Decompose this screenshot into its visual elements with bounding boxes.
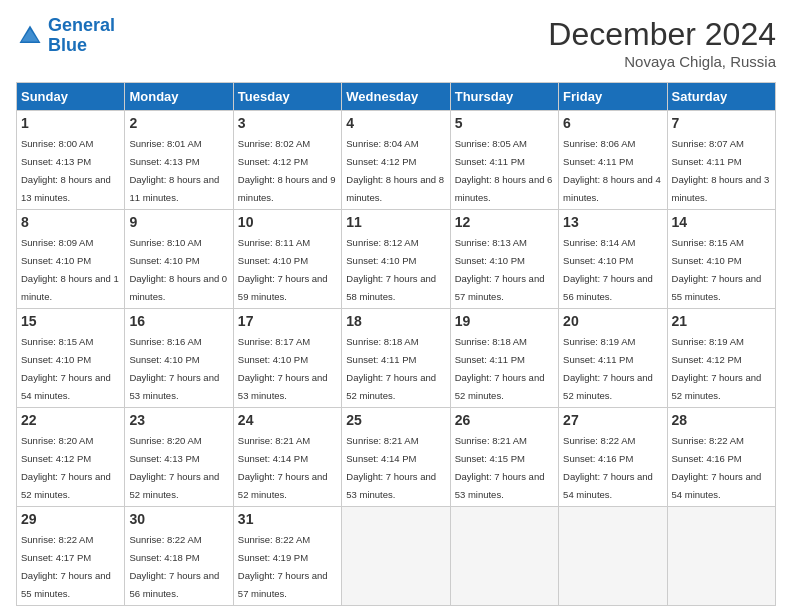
cell-details: Sunrise: 8:22 AMSunset: 4:19 PMDaylight:… (238, 534, 328, 599)
calendar-cell (559, 507, 667, 606)
calendar-cell: 5Sunrise: 8:05 AMSunset: 4:11 PMDaylight… (450, 111, 558, 210)
calendar-cell: 12Sunrise: 8:13 AMSunset: 4:10 PMDayligh… (450, 210, 558, 309)
calendar-cell: 19Sunrise: 8:18 AMSunset: 4:11 PMDayligh… (450, 309, 558, 408)
day-number: 7 (672, 115, 771, 131)
day-number: 5 (455, 115, 554, 131)
cell-details: Sunrise: 8:22 AMSunset: 4:18 PMDaylight:… (129, 534, 219, 599)
day-header-tuesday: Tuesday (233, 83, 341, 111)
cell-details: Sunrise: 8:12 AMSunset: 4:10 PMDaylight:… (346, 237, 436, 302)
cell-details: Sunrise: 8:06 AMSunset: 4:11 PMDaylight:… (563, 138, 661, 203)
calendar-cell: 7Sunrise: 8:07 AMSunset: 4:11 PMDaylight… (667, 111, 775, 210)
cell-details: Sunrise: 8:05 AMSunset: 4:11 PMDaylight:… (455, 138, 553, 203)
logo-blue: Blue (48, 35, 87, 55)
day-number: 3 (238, 115, 337, 131)
calendar-cell: 20Sunrise: 8:19 AMSunset: 4:11 PMDayligh… (559, 309, 667, 408)
calendar-cell: 31Sunrise: 8:22 AMSunset: 4:19 PMDayligh… (233, 507, 341, 606)
cell-details: Sunrise: 8:18 AMSunset: 4:11 PMDaylight:… (346, 336, 436, 401)
day-number: 18 (346, 313, 445, 329)
calendar-cell: 2Sunrise: 8:01 AMSunset: 4:13 PMDaylight… (125, 111, 233, 210)
day-number: 20 (563, 313, 662, 329)
cell-details: Sunrise: 8:22 AMSunset: 4:17 PMDaylight:… (21, 534, 111, 599)
calendar-cell: 8Sunrise: 8:09 AMSunset: 4:10 PMDaylight… (17, 210, 125, 309)
week-row-1: 1Sunrise: 8:00 AMSunset: 4:13 PMDaylight… (17, 111, 776, 210)
day-header-thursday: Thursday (450, 83, 558, 111)
calendar-cell (342, 507, 450, 606)
logo-general: General (48, 15, 115, 35)
calendar-cell: 18Sunrise: 8:18 AMSunset: 4:11 PMDayligh… (342, 309, 450, 408)
calendar-cell: 6Sunrise: 8:06 AMSunset: 4:11 PMDaylight… (559, 111, 667, 210)
day-number: 11 (346, 214, 445, 230)
cell-details: Sunrise: 8:15 AMSunset: 4:10 PMDaylight:… (672, 237, 762, 302)
day-number: 26 (455, 412, 554, 428)
calendar-cell: 10Sunrise: 8:11 AMSunset: 4:10 PMDayligh… (233, 210, 341, 309)
week-row-3: 15Sunrise: 8:15 AMSunset: 4:10 PMDayligh… (17, 309, 776, 408)
day-number: 30 (129, 511, 228, 527)
day-number: 22 (21, 412, 120, 428)
day-number: 12 (455, 214, 554, 230)
title-block: December 2024 Novaya Chigla, Russia (548, 16, 776, 70)
cell-details: Sunrise: 8:09 AMSunset: 4:10 PMDaylight:… (21, 237, 119, 302)
calendar-cell: 23Sunrise: 8:20 AMSunset: 4:13 PMDayligh… (125, 408, 233, 507)
calendar-cell: 26Sunrise: 8:21 AMSunset: 4:15 PMDayligh… (450, 408, 558, 507)
day-number: 14 (672, 214, 771, 230)
logo-icon (16, 22, 44, 50)
week-row-5: 29Sunrise: 8:22 AMSunset: 4:17 PMDayligh… (17, 507, 776, 606)
day-number: 19 (455, 313, 554, 329)
cell-details: Sunrise: 8:07 AMSunset: 4:11 PMDaylight:… (672, 138, 770, 203)
cell-details: Sunrise: 8:13 AMSunset: 4:10 PMDaylight:… (455, 237, 545, 302)
calendar-cell: 30Sunrise: 8:22 AMSunset: 4:18 PMDayligh… (125, 507, 233, 606)
day-number: 21 (672, 313, 771, 329)
cell-details: Sunrise: 8:19 AMSunset: 4:12 PMDaylight:… (672, 336, 762, 401)
calendar-cell: 14Sunrise: 8:15 AMSunset: 4:10 PMDayligh… (667, 210, 775, 309)
day-header-saturday: Saturday (667, 83, 775, 111)
cell-details: Sunrise: 8:04 AMSunset: 4:12 PMDaylight:… (346, 138, 444, 203)
cell-details: Sunrise: 8:20 AMSunset: 4:13 PMDaylight:… (129, 435, 219, 500)
cell-details: Sunrise: 8:21 AMSunset: 4:14 PMDaylight:… (238, 435, 328, 500)
day-number: 8 (21, 214, 120, 230)
day-number: 29 (21, 511, 120, 527)
cell-details: Sunrise: 8:00 AMSunset: 4:13 PMDaylight:… (21, 138, 111, 203)
calendar-cell (667, 507, 775, 606)
logo: General Blue (16, 16, 115, 56)
day-number: 24 (238, 412, 337, 428)
calendar-cell: 17Sunrise: 8:17 AMSunset: 4:10 PMDayligh… (233, 309, 341, 408)
calendar-cell: 15Sunrise: 8:15 AMSunset: 4:10 PMDayligh… (17, 309, 125, 408)
calendar-cell: 1Sunrise: 8:00 AMSunset: 4:13 PMDaylight… (17, 111, 125, 210)
cell-details: Sunrise: 8:22 AMSunset: 4:16 PMDaylight:… (672, 435, 762, 500)
cell-details: Sunrise: 8:11 AMSunset: 4:10 PMDaylight:… (238, 237, 328, 302)
cell-details: Sunrise: 8:19 AMSunset: 4:11 PMDaylight:… (563, 336, 653, 401)
day-number: 31 (238, 511, 337, 527)
calendar-cell: 24Sunrise: 8:21 AMSunset: 4:14 PMDayligh… (233, 408, 341, 507)
day-number: 6 (563, 115, 662, 131)
calendar-cell: 29Sunrise: 8:22 AMSunset: 4:17 PMDayligh… (17, 507, 125, 606)
cell-details: Sunrise: 8:21 AMSunset: 4:14 PMDaylight:… (346, 435, 436, 500)
calendar-cell: 4Sunrise: 8:04 AMSunset: 4:12 PMDaylight… (342, 111, 450, 210)
day-number: 4 (346, 115, 445, 131)
day-number: 27 (563, 412, 662, 428)
day-number: 15 (21, 313, 120, 329)
day-number: 23 (129, 412, 228, 428)
cell-details: Sunrise: 8:14 AMSunset: 4:10 PMDaylight:… (563, 237, 653, 302)
day-header-sunday: Sunday (17, 83, 125, 111)
page-header: General Blue December 2024 Novaya Chigla… (16, 16, 776, 70)
calendar-cell (450, 507, 558, 606)
day-number: 25 (346, 412, 445, 428)
cell-details: Sunrise: 8:15 AMSunset: 4:10 PMDaylight:… (21, 336, 111, 401)
cell-details: Sunrise: 8:21 AMSunset: 4:15 PMDaylight:… (455, 435, 545, 500)
day-number: 28 (672, 412, 771, 428)
cell-details: Sunrise: 8:16 AMSunset: 4:10 PMDaylight:… (129, 336, 219, 401)
day-number: 13 (563, 214, 662, 230)
calendar-cell: 11Sunrise: 8:12 AMSunset: 4:10 PMDayligh… (342, 210, 450, 309)
cell-details: Sunrise: 8:22 AMSunset: 4:16 PMDaylight:… (563, 435, 653, 500)
day-number: 10 (238, 214, 337, 230)
cell-details: Sunrise: 8:17 AMSunset: 4:10 PMDaylight:… (238, 336, 328, 401)
calendar-cell: 28Sunrise: 8:22 AMSunset: 4:16 PMDayligh… (667, 408, 775, 507)
month-title: December 2024 (548, 16, 776, 53)
location-subtitle: Novaya Chigla, Russia (548, 53, 776, 70)
calendar-cell: 27Sunrise: 8:22 AMSunset: 4:16 PMDayligh… (559, 408, 667, 507)
cell-details: Sunrise: 8:01 AMSunset: 4:13 PMDaylight:… (129, 138, 219, 203)
day-number: 1 (21, 115, 120, 131)
cell-details: Sunrise: 8:10 AMSunset: 4:10 PMDaylight:… (129, 237, 227, 302)
calendar-cell: 21Sunrise: 8:19 AMSunset: 4:12 PMDayligh… (667, 309, 775, 408)
day-header-friday: Friday (559, 83, 667, 111)
